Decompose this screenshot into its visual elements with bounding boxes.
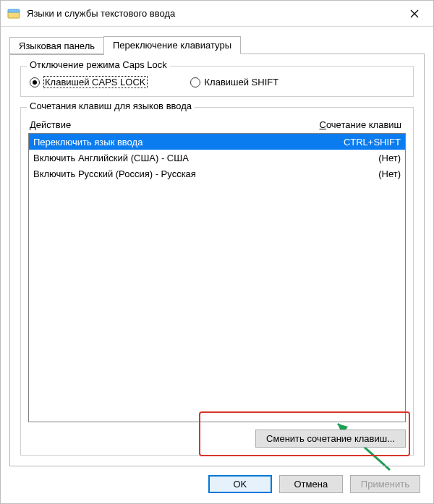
app-icon — [7, 7, 21, 21]
group-input-language-hotkeys: Сочетания клавиш для языков ввода Действ… — [20, 107, 414, 456]
apply-button[interactable]: Применить — [350, 475, 420, 493]
header-combo-rest: очетание клавиш — [326, 119, 401, 130]
button-label: Отмена — [294, 479, 328, 490]
header-combo-accel: С — [320, 119, 326, 130]
change-key-sequence-button[interactable]: Сменить сочетание клавиш... — [255, 430, 406, 448]
list-item-action: Включить Английский (США) - США — [33, 153, 307, 163]
group-capslock-off: Отключение режима Caps Lock Клавишей CAP… — [20, 66, 414, 97]
tab-label: Переключение клавиатуры — [113, 40, 231, 51]
cancel-button[interactable]: Отмена — [279, 475, 343, 493]
client-area: Языковая панель Переключение клавиатуры … — [1, 27, 433, 466]
header-action-accel: Д — [30, 119, 36, 130]
list-item[interactable]: Включить Русский (Россия) - Русская (Нет… — [29, 166, 405, 181]
radio-label: Клавишей SHIFT — [205, 77, 279, 87]
group-legend: Отключение режима Caps Lock — [27, 59, 170, 70]
list-item[interactable]: Переключить язык ввода CTRL+SHIFT — [29, 134, 405, 150]
list-item-action: Переключить язык ввода — [33, 137, 307, 148]
button-label: OK — [233, 479, 247, 490]
tab-page-switch-keyboard: Отключение режима Caps Lock Клавишей CAP… — [9, 54, 425, 466]
list-item-action: Включить Русский (Россия) - Русская — [33, 168, 307, 179]
header-action-rest: ействие — [36, 119, 71, 130]
dialog-button-row: OK Отмена Применить — [1, 466, 433, 503]
below-list-row: Сменить сочетание клавиш... — [28, 430, 406, 448]
dialog-window: Языки и службы текстового ввода Языковая… — [0, 0, 434, 504]
tab-switch-keyboard[interactable]: Переключение клавиатуры — [103, 36, 241, 54]
close-icon — [410, 9, 419, 18]
list-item-combo: CTRL+SHIFT — [307, 137, 401, 148]
ok-button[interactable]: OK — [208, 475, 272, 493]
header-action: Действие — [30, 119, 296, 130]
radio-capslock-key[interactable]: Клавишей CAPS LOCK — [30, 77, 147, 87]
tab-label: Языковая панель — [19, 40, 95, 51]
radio-indicator-icon — [190, 77, 200, 87]
window-title: Языки и службы текстового ввода — [27, 8, 399, 19]
list-item-combo: (Нет) — [307, 153, 401, 163]
group-legend: Сочетания клавиш для языков ввода — [27, 101, 195, 111]
list-headers: Действие Сочетание клавиш — [28, 118, 406, 133]
list-item-combo: (Нет) — [307, 168, 401, 179]
list-item[interactable]: Включить Английский (США) - США (Нет) — [29, 150, 405, 166]
radio-indicator-icon — [30, 77, 40, 87]
tab-language-bar[interactable]: Языковая панель — [9, 37, 104, 55]
close-button[interactable] — [399, 3, 430, 25]
radio-shift-key[interactable]: Клавишей SHIFT — [190, 77, 279, 87]
hotkey-listbox[interactable]: Переключить язык ввода CTRL+SHIFT Включи… — [28, 133, 406, 422]
button-label: Сменить сочетание клавиш... — [266, 433, 395, 444]
capslock-radio-group: Клавишей CAPS LOCK Клавишей SHIFT — [30, 77, 404, 87]
svg-rect-1 — [8, 9, 20, 12]
button-label: Применить — [361, 479, 409, 490]
header-combo: Сочетание клавиш — [296, 119, 404, 130]
titlebar: Языки и службы текстового ввода — [1, 1, 433, 27]
radio-label: Клавишей CAPS LOCK — [44, 77, 147, 87]
tab-strip: Языковая панель Переключение клавиатуры — [9, 34, 425, 54]
